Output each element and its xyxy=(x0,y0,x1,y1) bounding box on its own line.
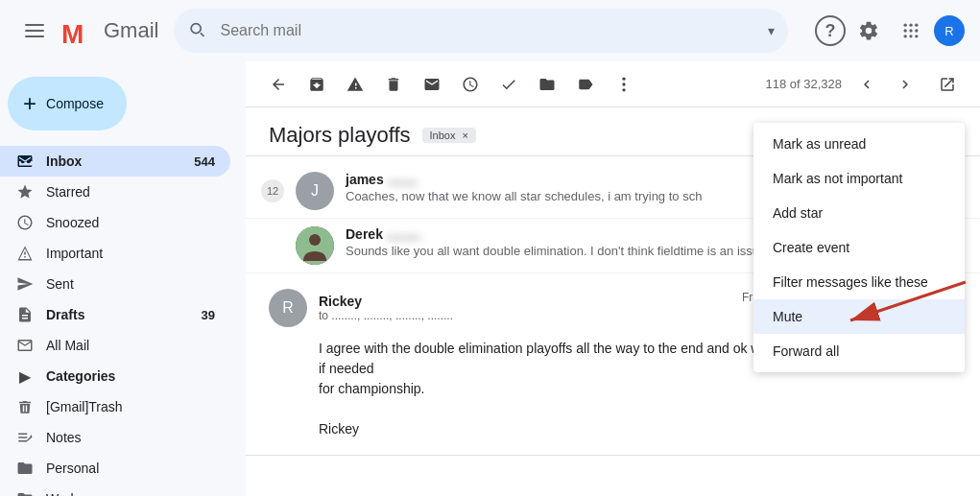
toolbar: 118 of 32,328 xyxy=(246,61,980,107)
main-content: + Compose Inbox 544 Starred xyxy=(0,61,980,496)
hamburger-button[interactable] xyxy=(15,12,54,50)
header-actions: ? R xyxy=(815,12,965,50)
sidebar-item-snoozed[interactable]: Snoozed xyxy=(0,207,230,238)
popout-button[interactable] xyxy=(930,67,965,102)
svg-point-14 xyxy=(622,83,625,85)
search-icon xyxy=(187,20,206,42)
archive-button[interactable] xyxy=(299,67,334,102)
sidebar-item-starred[interactable]: Starred xyxy=(0,177,230,207)
rickey-sender-name: Rickey xyxy=(319,294,453,309)
menu-item-mute[interactable]: Mute xyxy=(753,299,965,334)
sidebar-item-snoozed-label: Snoozed xyxy=(46,215,215,230)
gmailtrash-icon xyxy=(15,398,35,415)
svg-point-13 xyxy=(622,77,625,80)
prev-page-button[interactable] xyxy=(849,67,884,102)
avatar[interactable]: R xyxy=(934,15,965,46)
sidebar-item-starred-label: Starred xyxy=(46,184,215,200)
svg-point-6 xyxy=(915,24,918,27)
snoozed-icon xyxy=(15,214,35,231)
sidebar-item-sent-label: Sent xyxy=(46,276,215,292)
gmail-text-label: Gmail xyxy=(104,18,158,43)
help-button[interactable]: ? xyxy=(815,15,846,46)
report-spam-button[interactable] xyxy=(338,67,372,102)
work-icon xyxy=(15,490,35,496)
allmail-icon xyxy=(15,337,35,354)
svg-point-10 xyxy=(904,35,907,37)
search-bar: ▾ xyxy=(174,9,788,53)
sidebar-item-categories[interactable]: ▶ Categories xyxy=(0,361,230,391)
menu-item-mark-not-important[interactable]: Mark as not important xyxy=(753,161,965,196)
sent-icon xyxy=(15,275,35,293)
svg-point-7 xyxy=(904,29,907,32)
sidebar-item-drafts[interactable]: Drafts 39 xyxy=(0,299,230,330)
pagination-text: 118 of 32,328 xyxy=(765,77,842,91)
settings-button[interactable] xyxy=(849,12,888,50)
sidebar-item-work[interactable]: Work xyxy=(0,484,230,496)
svg-point-17 xyxy=(309,234,321,246)
svg-point-15 xyxy=(622,88,625,91)
svg-point-12 xyxy=(915,35,918,37)
app-container: M Gmail ▾ ? xyxy=(0,0,980,496)
task-button[interactable] xyxy=(491,67,526,102)
rickey-body-line-2: for championship. xyxy=(319,379,957,399)
starred-icon xyxy=(15,183,35,201)
sidebar-item-allmail[interactable]: All Mail xyxy=(0,330,230,361)
sidebar-item-allmail-label: All Mail xyxy=(46,338,215,353)
sidebar-item-gmailtrash[interactable]: [Gmail]Trash xyxy=(0,391,230,422)
svg-point-11 xyxy=(909,35,912,37)
svg-rect-2 xyxy=(25,35,44,37)
label-button[interactable] xyxy=(568,67,603,102)
james-collapse-count[interactable]: 12 xyxy=(261,179,284,202)
rickey-to-addresses: ........, ........, ........, ........ xyxy=(331,309,453,322)
sidebar-item-notes-label: Notes xyxy=(46,430,215,445)
sidebar-item-work-label: Work xyxy=(46,491,215,496)
notes-icon xyxy=(15,429,35,446)
sidebar: + Compose Inbox 544 Starred xyxy=(0,61,246,496)
sidebar-item-inbox-label: Inbox xyxy=(46,154,194,169)
drafts-count: 39 xyxy=(202,308,215,322)
menu-item-mark-unread[interactable]: Mark as unread xyxy=(753,127,965,161)
compose-label: Compose xyxy=(46,96,104,111)
rickey-to-line: to ........, ........, ........, .......… xyxy=(319,309,453,322)
mark-unread-toolbar-button[interactable] xyxy=(415,67,449,102)
more-toolbar-button[interactable] xyxy=(607,67,641,102)
snooze-button[interactable] xyxy=(453,67,488,102)
search-dropdown-icon[interactable]: ▾ xyxy=(768,23,775,38)
menu-item-add-star[interactable]: Add star xyxy=(753,196,965,230)
menu-item-filter-messages[interactable]: Filter messages like these xyxy=(753,265,965,299)
apps-button[interactable] xyxy=(892,12,930,50)
categories-expand-icon: ▶ xyxy=(15,367,35,386)
menu-item-forward-all[interactable]: Forward all xyxy=(753,334,965,368)
svg-rect-0 xyxy=(25,24,44,26)
back-button[interactable] xyxy=(261,67,296,102)
badge-close-icon[interactable]: × xyxy=(463,130,468,141)
header: M Gmail ▾ ? xyxy=(0,0,980,61)
email-content: 118 of 32,328 Majors playoffs Inbox xyxy=(246,61,980,496)
menu-item-create-event[interactable]: Create event xyxy=(753,230,965,265)
inbox-badge: Inbox × xyxy=(422,128,476,143)
move-to-button[interactable] xyxy=(530,67,564,102)
svg-point-5 xyxy=(909,24,912,27)
inbox-count: 544 xyxy=(194,154,215,169)
svg-rect-1 xyxy=(25,30,44,32)
next-page-button[interactable] xyxy=(888,67,922,102)
derek-sender-blurred: ......... xyxy=(387,226,420,242)
sidebar-item-personal[interactable]: Personal xyxy=(0,453,230,484)
sidebar-item-notes[interactable]: Notes xyxy=(0,422,230,453)
rickey-sender-info: Rickey to ........, ........, ........, … xyxy=(319,294,453,322)
james-sender-blurred: ........ xyxy=(388,172,418,187)
delete-button[interactable] xyxy=(376,67,411,102)
search-input[interactable] xyxy=(174,9,788,53)
svg-point-4 xyxy=(904,24,907,27)
sidebar-item-sent[interactable]: Sent xyxy=(0,269,230,299)
context-menu: Mark as unread Mark as not important Add… xyxy=(753,123,965,372)
svg-point-9 xyxy=(915,29,918,32)
sidebar-item-categories-label: Categories xyxy=(46,368,215,384)
compose-button[interactable]: + Compose xyxy=(8,77,127,130)
sidebar-item-inbox[interactable]: Inbox 544 xyxy=(0,146,230,177)
sidebar-item-gmailtrash-label: [Gmail]Trash xyxy=(46,399,215,414)
thread-title: Majors playoffs xyxy=(269,123,411,148)
toolbar-right: 118 of 32,328 xyxy=(765,67,922,102)
rickey-body-signature: Rickey xyxy=(319,419,957,439)
sidebar-item-important[interactable]: Important xyxy=(0,238,230,269)
